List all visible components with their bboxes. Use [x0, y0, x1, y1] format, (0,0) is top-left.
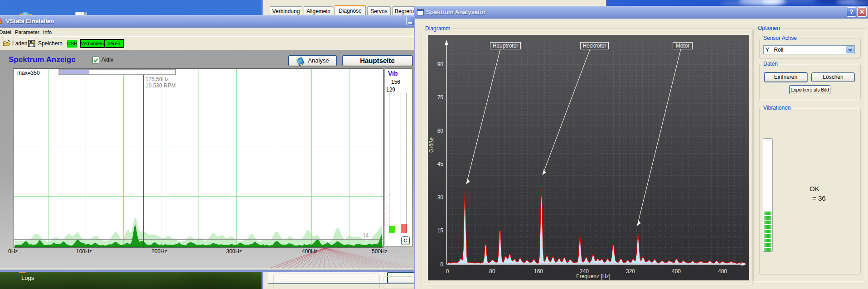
svg-text:175,50Hz: 175,50Hz — [145, 76, 169, 82]
svg-text:max=350: max=350 — [17, 70, 40, 76]
svg-text:45: 45 — [437, 161, 444, 167]
svg-text:0: 0 — [446, 268, 449, 275]
svg-text:60: 60 — [437, 128, 444, 134]
svg-text:320: 320 — [626, 268, 635, 275]
svg-text:14: 14 — [363, 232, 369, 239]
svg-text:Frequenz [Hz]: Frequenz [Hz] — [576, 273, 610, 279]
svg-text:10.530 RPM: 10.530 RPM — [145, 82, 176, 89]
svg-text:400: 400 — [672, 268, 681, 275]
svg-text:480: 480 — [718, 268, 727, 275]
svg-text:75: 75 — [437, 94, 444, 101]
svg-text:30: 30 — [437, 194, 444, 201]
svg-text:Größe: Größe — [428, 137, 435, 153]
svg-text:80: 80 — [489, 268, 495, 275]
svg-text:160: 160 — [534, 268, 543, 275]
svg-text:0: 0 — [440, 261, 443, 268]
svg-text:15: 15 — [437, 227, 444, 234]
svg-text:90: 90 — [437, 61, 444, 67]
